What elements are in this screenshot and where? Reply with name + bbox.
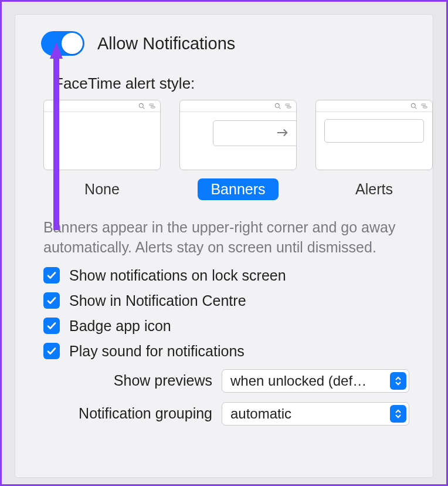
alert-style-preview-alerts (315, 100, 433, 170)
notification-grouping-dropdown[interactable]: automatic (222, 402, 409, 426)
alert-style-description: Banners appear in the upper-right corner… (43, 218, 407, 258)
alert-style-option-none[interactable]: None (43, 100, 161, 200)
svg-rect-2 (150, 104, 154, 106)
preview-alert (324, 119, 424, 143)
alert-style-option-alerts[interactable]: Alerts (315, 100, 433, 200)
preview-menubar (180, 100, 296, 112)
chevron-down-icon (395, 381, 402, 386)
show-previews-value: when unlocked (def… (230, 373, 390, 389)
control-center-icon (285, 103, 291, 109)
notif-centre-label: Show in Notification Centre (69, 292, 246, 309)
checkmark-icon (46, 295, 57, 306)
badge-checkbox[interactable] (43, 318, 60, 334)
alert-style-banners-button[interactable]: Banners (198, 178, 278, 200)
control-center-icon (149, 103, 155, 109)
alert-style-row: None Banners (43, 100, 407, 200)
alert-style-preview-none (43, 100, 161, 170)
control-center-icon (421, 103, 427, 109)
show-previews-dropdown[interactable]: when unlocked (def… (222, 369, 409, 393)
svg-point-9 (411, 103, 415, 107)
checkbox-row-sound: Play sound for notifications (43, 343, 407, 360)
toggle-knob (62, 33, 83, 54)
sound-label: Play sound for notifications (69, 343, 245, 360)
svg-point-4 (275, 103, 279, 107)
alert-style-option-banners[interactable]: Banners (179, 100, 297, 200)
show-previews-row: Show previews when unlocked (def… (41, 369, 409, 393)
svg-rect-11 (422, 104, 426, 106)
badge-label: Badge app icon (69, 318, 171, 335)
chevron-up-icon (395, 409, 402, 414)
search-icon (410, 103, 417, 109)
show-previews-label: Show previews (114, 372, 212, 389)
notification-grouping-label: Notification grouping (79, 405, 212, 422)
svg-rect-7 (287, 106, 291, 108)
lock-screen-checkbox[interactable] (43, 267, 60, 284)
checkbox-row-badge: Badge app icon (43, 318, 407, 335)
chevron-up-icon (395, 376, 402, 381)
notification-grouping-value: automatic (230, 406, 390, 422)
svg-rect-3 (151, 106, 155, 108)
preview-menubar (316, 100, 432, 112)
svg-rect-6 (286, 104, 290, 106)
alert-style-none-button[interactable]: None (72, 178, 133, 200)
allow-notifications-label: Allow Notifications (97, 34, 235, 53)
svg-line-1 (143, 107, 145, 109)
alert-style-preview-banners (179, 100, 297, 170)
svg-rect-12 (423, 106, 427, 108)
preview-menubar (44, 100, 160, 112)
svg-line-10 (415, 107, 417, 109)
allow-notifications-row: Allow Notifications (41, 31, 409, 56)
sound-checkbox[interactable] (43, 343, 60, 359)
alert-style-section-label: FaceTime alert style: (54, 75, 409, 93)
checkmark-icon (46, 320, 57, 331)
dropdown-stepper-icon (390, 372, 406, 390)
svg-line-5 (279, 107, 281, 109)
svg-point-0 (139, 103, 143, 107)
checkmark-icon (46, 346, 57, 356)
dropdown-stepper-icon (390, 405, 406, 423)
checkbox-row-notif-centre: Show in Notification Centre (43, 292, 407, 309)
arrow-right-icon (276, 126, 289, 139)
checkbox-row-lock-screen: Show notifications on lock screen (43, 267, 407, 284)
lock-screen-label: Show notifications on lock screen (69, 267, 286, 284)
chevron-down-icon (395, 414, 402, 419)
notification-grouping-row: Notification grouping automatic (41, 402, 409, 426)
allow-notifications-toggle[interactable] (41, 31, 84, 56)
search-icon (274, 103, 281, 109)
search-icon (138, 103, 145, 109)
notif-centre-checkbox[interactable] (43, 292, 60, 309)
alert-style-alerts-button[interactable]: Alerts (342, 178, 406, 200)
notifications-settings-panel: Allow Notifications FaceTime alert style… (15, 14, 433, 478)
checkmark-icon (46, 270, 57, 281)
